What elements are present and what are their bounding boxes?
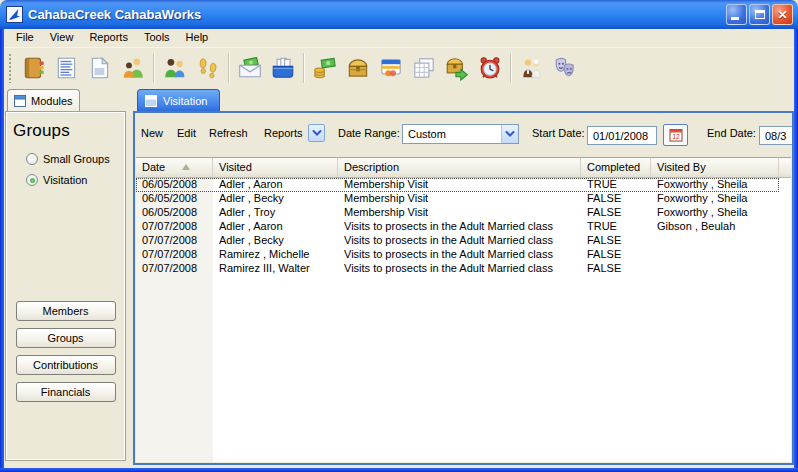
toolbar-separator [153, 53, 154, 83]
cell-completed: FALSE [581, 234, 651, 248]
tab-modules[interactable]: Modules [7, 89, 80, 111]
toolbar-group-members-icon[interactable] [158, 52, 191, 85]
radio-small-groups[interactable]: Small Groups [26, 153, 125, 165]
toolbar-couple-icon[interactable] [515, 52, 548, 85]
start-date-calendar-button[interactable]: 12 [663, 124, 688, 146]
toolbar-alarm-clock-icon[interactable] [473, 52, 506, 85]
table-body: 06/05/2008Adler , AaronMembership VisitT… [136, 178, 791, 462]
cell-visited_by [651, 248, 779, 262]
cell-visited: Adler , Troy [213, 206, 338, 220]
calendar-icon: 12 [668, 127, 684, 143]
table-row[interactable]: 07/07/2008Ramirez III, WalterVisits to p… [136, 262, 779, 276]
start-date-input[interactable] [587, 126, 657, 145]
column-header-date[interactable]: Date [136, 158, 213, 177]
visitation-table: DateVisitedDescriptionCompletedVisited B… [136, 157, 791, 462]
radio-visitation[interactable]: Visitation [26, 174, 125, 186]
minimize-icon [731, 17, 739, 20]
end-date-label: End Date: [707, 127, 756, 139]
end-date-input[interactable] [759, 126, 792, 145]
toolbar-offering-envelope-icon[interactable] [233, 52, 266, 85]
table-row[interactable]: 06/05/2008Adler , BeckyMembership VisitF… [136, 192, 779, 206]
toolbar-theater-masks-icon[interactable] [548, 52, 581, 85]
cell-visited_by [651, 262, 779, 276]
toolbar-money-icon[interactable] [308, 52, 341, 85]
menu-bar: FileViewReportsToolsHelp [4, 29, 794, 47]
column-header-visited[interactable]: Visited [213, 158, 338, 177]
tab-modules-label: Modules [31, 95, 73, 107]
menu-item-file[interactable]: File [8, 29, 42, 46]
toolbar-grid-icon[interactable] [407, 52, 440, 85]
cell-completed: FALSE [581, 262, 651, 276]
menu-item-tools[interactable]: Tools [136, 29, 178, 46]
table-row[interactable]: 07/07/2008Ramirez , MichelleVisits to pr… [136, 248, 779, 262]
toolbar-bank-card-icon[interactable] [374, 52, 407, 85]
titlebar[interactable]: CahabaCreek CahabaWorks ✕ [0, 0, 798, 29]
cell-visited: Adler , Becky [213, 192, 338, 206]
visitation-toolbar: New Edit Refresh Reports Date Range: Cus… [135, 113, 792, 155]
cell-completed: TRUE [581, 220, 651, 234]
table-row[interactable]: 07/07/2008Adler , BeckyVisits to prosect… [136, 234, 779, 248]
contributions-button[interactable]: Contributions [16, 355, 116, 375]
close-icon: ✕ [773, 5, 792, 24]
close-button[interactable]: ✕ [772, 4, 793, 25]
toolbar-new-document-icon[interactable] [83, 52, 116, 85]
menu-item-reports[interactable]: Reports [81, 29, 136, 46]
toolbar-footprints-icon[interactable] [191, 52, 224, 85]
tab-visitation-label: Visitation [163, 95, 207, 107]
toolbar-card-file-icon[interactable] [266, 52, 299, 85]
date-range-value: Custom [403, 128, 501, 140]
date-range-select[interactable]: Custom [402, 124, 519, 144]
financials-button[interactable]: Financials [16, 382, 116, 402]
module-buttons: MembersGroupsContributionsFinancials [6, 301, 125, 402]
cell-date: 07/07/2008 [136, 234, 213, 248]
cell-date: 06/05/2008 [136, 178, 213, 192]
chevron-down-icon [505, 130, 515, 138]
cell-description: Membership Visit [338, 192, 581, 206]
cell-date: 07/07/2008 [136, 262, 213, 276]
toolbar-report-icon[interactable] [50, 52, 83, 85]
cell-visited: Adler , Becky [213, 234, 338, 248]
minimize-button[interactable] [726, 4, 747, 25]
column-header-completed[interactable]: Completed [581, 158, 651, 177]
chevron-down-icon [312, 129, 322, 137]
table-row[interactable]: 06/05/2008Adler , AaronMembership VisitT… [136, 178, 779, 192]
svg-text:12: 12 [672, 133, 680, 140]
cell-description: Visits to prosects in the Adult Married … [338, 234, 581, 248]
new-button[interactable]: New [141, 127, 163, 139]
cell-completed: TRUE [581, 178, 651, 192]
groups-button[interactable]: Groups [16, 328, 116, 348]
radio-label: Small Groups [43, 153, 110, 165]
modules-panel: Groups Small GroupsVisitation MembersGro… [5, 111, 126, 461]
app-logo-icon [6, 6, 23, 23]
window-border-right [794, 26, 798, 472]
menu-item-help[interactable]: Help [178, 29, 217, 46]
refresh-button[interactable]: Refresh [209, 127, 248, 139]
column-header-label: Description [344, 161, 399, 173]
menu-item-view[interactable]: View [42, 29, 82, 46]
toolbar-family-icon[interactable] [116, 52, 149, 85]
reports-button[interactable]: Reports [264, 127, 303, 139]
cell-description: Visits to prosects in the Adult Married … [338, 248, 581, 262]
members-button[interactable]: Members [16, 301, 116, 321]
cell-visited: Ramirez III, Walter [213, 262, 338, 276]
column-header-description[interactable]: Description [338, 158, 581, 177]
edit-button[interactable]: Edit [177, 127, 196, 139]
toolbar-treasure-chest-icon[interactable] [341, 52, 374, 85]
cell-completed: FALSE [581, 206, 651, 220]
toolbar-export-chest-icon[interactable] [440, 52, 473, 85]
maximize-button[interactable] [749, 4, 770, 25]
column-header-visited-by[interactable]: Visited By [651, 158, 779, 177]
date-range-dropdown-button[interactable] [501, 125, 518, 143]
column-header-label: Visited [219, 161, 252, 173]
tab-visitation[interactable]: Visitation [137, 89, 220, 111]
reports-dropdown-button[interactable] [308, 124, 325, 142]
cell-visited: Adler , Aaron [213, 220, 338, 234]
table-row[interactable]: 07/07/2008Adler , AaronVisits to prosect… [136, 220, 779, 234]
toolbar-grip[interactable] [8, 53, 12, 83]
cell-date: 06/05/2008 [136, 192, 213, 206]
table-row[interactable]: 06/05/2008Adler , TroyMembership VisitFA… [136, 206, 779, 220]
column-header-filler [779, 158, 791, 177]
cell-visited: Adler , Aaron [213, 178, 338, 192]
main-area: Visitation New Edit Refresh Reports Date… [133, 88, 794, 465]
toolbar-address-book-icon[interactable] [17, 52, 50, 85]
